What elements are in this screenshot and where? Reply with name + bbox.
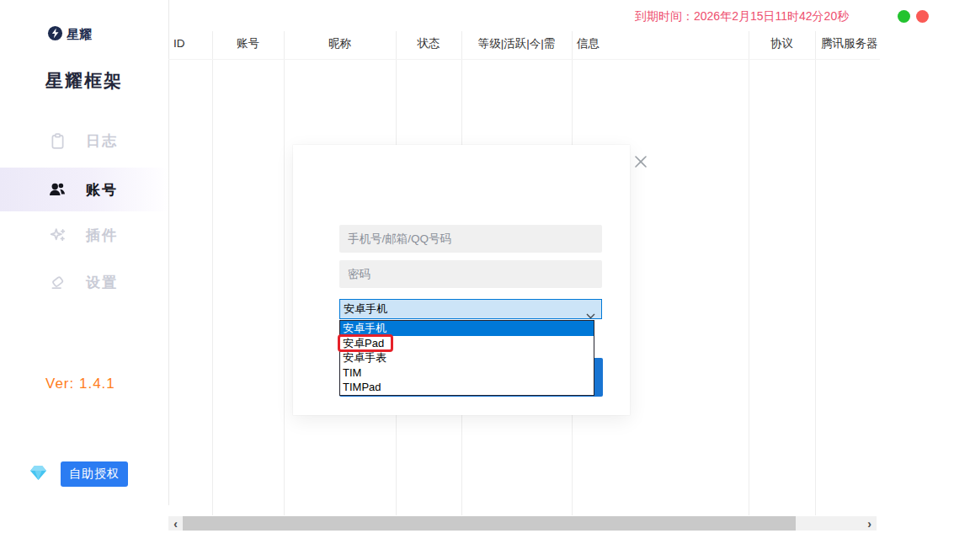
red-status-dot[interactable]	[916, 10, 929, 23]
password-input[interactable]	[339, 260, 602, 288]
column-header-nickname: 昵称	[284, 31, 396, 56]
version-label: Ver: 1.4.1	[45, 376, 115, 392]
eraser-icon	[47, 272, 67, 292]
dropdown-option-tim[interactable]: TIM	[340, 365, 594, 381]
sidebar-item-plugins[interactable]: 插件	[0, 213, 168, 257]
header-underline	[168, 59, 880, 60]
app-title: 星耀框架	[45, 69, 123, 93]
diamond-icon	[28, 463, 49, 483]
dropdown-option-android-watch[interactable]: 安卓手表	[340, 350, 594, 365]
clipboard-icon	[47, 131, 67, 151]
column-divider	[815, 31, 816, 515]
column-header-protocol: 协议	[749, 31, 815, 56]
device-dropdown-list: 安卓手机 安卓Pad 安卓手表 TIM TIMPad	[339, 320, 594, 396]
app-window: 星耀 星耀框架 日志 账号	[0, 0, 954, 560]
column-divider	[212, 31, 213, 515]
sidebar-divider	[168, 0, 169, 505]
column-header-tencent-server: 腾讯服务器	[821, 31, 897, 56]
column-divider	[749, 31, 749, 515]
account-input[interactable]	[339, 225, 602, 253]
sidebar-item-settings[interactable]: 设置	[0, 260, 168, 304]
expiry-time-label: 到期时间：2026年2月15日11时42分20秒	[635, 9, 849, 24]
column-header-status: 状态	[396, 31, 461, 56]
dropdown-option-android-pad[interactable]: 安卓Pad	[340, 336, 594, 351]
logo: 星耀	[47, 25, 92, 44]
horizontal-scrollbar-thumb[interactable]	[183, 516, 796, 531]
column-header-level: 等级|活跃|今|需	[461, 31, 572, 56]
sidebar-item-label: 日志	[86, 131, 118, 151]
column-divider	[284, 31, 285, 515]
column-header-account: 账号	[212, 31, 284, 56]
sidebar-item-label: 账号	[86, 180, 118, 200]
scroll-right-arrow[interactable]: ›	[862, 516, 877, 531]
column-header-info: 信息	[577, 31, 745, 56]
users-icon	[47, 179, 67, 200]
logo-text: 星耀	[67, 27, 92, 43]
green-status-dot[interactable]	[898, 10, 910, 23]
device-select-value: 安卓手机	[344, 301, 387, 317]
sidebar-item-logs[interactable]: 日志	[0, 119, 168, 163]
sidebar-item-accounts[interactable]: 账号	[0, 168, 168, 211]
sidebar-item-label: 插件	[86, 226, 118, 245]
self-auth-button[interactable]: 自助授权	[61, 461, 128, 487]
logo-icon	[47, 25, 63, 45]
close-icon[interactable]	[633, 154, 648, 168]
dropdown-option-android-phone[interactable]: 安卓手机	[340, 321, 594, 336]
dropdown-option-timpad[interactable]: TIMPad	[340, 380, 594, 395]
sparkles-icon	[47, 225, 67, 245]
scroll-left-arrow[interactable]: ‹	[168, 516, 183, 531]
device-select[interactable]: 安卓手机	[339, 299, 602, 319]
column-header-id: ID	[173, 31, 211, 56]
sidebar-item-label: 设置	[86, 273, 118, 292]
sidebar: 星耀 星耀框架 日志 账号	[0, 0, 168, 560]
